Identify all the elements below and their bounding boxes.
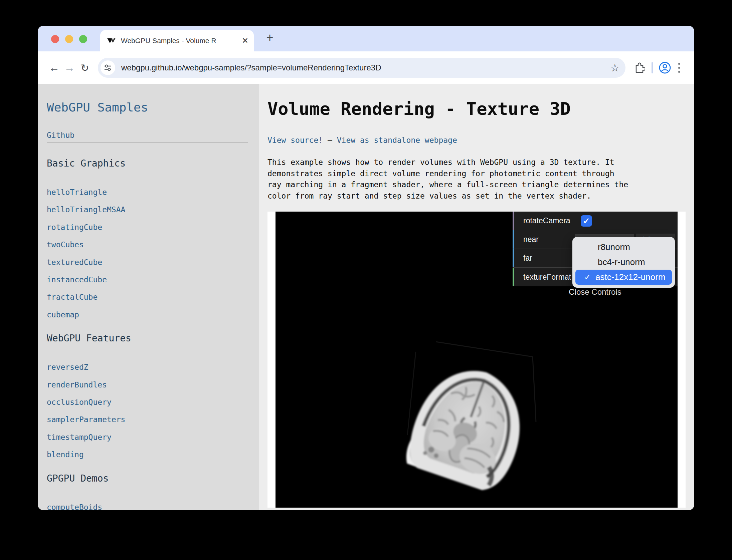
traffic-lights bbox=[51, 35, 87, 43]
tab-title: WebGPU Samples - Volume R bbox=[121, 36, 240, 46]
boolean-strip bbox=[513, 212, 514, 230]
browser-window: WebGPU Samples - Volume R ✕ + ← → ↻ we bbox=[38, 26, 694, 510]
brain-mri-volume bbox=[384, 347, 551, 507]
source-links: View source! — View as standalone webpag… bbox=[267, 135, 694, 145]
sample-list-webgpu-features: reversedZ renderBundles occlusionQuery s… bbox=[47, 358, 259, 463]
site-title: WebGPU Samples bbox=[47, 100, 259, 115]
extensions-icon[interactable] bbox=[632, 60, 647, 75]
sample-description: This example shows how to render volumes… bbox=[267, 157, 694, 202]
sidebar-item-instancedCube[interactable]: instancedCube bbox=[47, 271, 259, 288]
toolbar-separator bbox=[652, 62, 653, 73]
sidebar-item-fractalCube[interactable]: fractalCube bbox=[47, 288, 259, 306]
sidebar-item-rotatingCube[interactable]: rotatingCube bbox=[47, 219, 259, 236]
sidebar-item-renderBundles[interactable]: renderBundles bbox=[47, 376, 259, 393]
tab-close-icon[interactable]: ✕ bbox=[242, 37, 248, 45]
selected-check-icon: ✓ bbox=[584, 270, 595, 285]
site-settings-icon[interactable] bbox=[101, 60, 115, 75]
number-strip bbox=[513, 249, 514, 267]
view-source-link[interactable]: View source! bbox=[267, 136, 323, 145]
page-content: WebGPU Samples Github Basic Graphics hel… bbox=[38, 84, 694, 510]
dropdown-option-bc4-r-unorm[interactable]: bc4-r-unorm bbox=[572, 255, 675, 270]
select-strip bbox=[513, 268, 514, 286]
sample-list-basic-graphics: helloTriangle helloTriangleMSAA rotating… bbox=[47, 184, 259, 323]
dropdown-option-r8unorm[interactable]: r8unorm bbox=[572, 240, 675, 255]
sidebar-divider bbox=[47, 143, 248, 143]
sidebar-item-computeBoids[interactable]: computeBoids bbox=[47, 499, 259, 510]
forward-icon[interactable]: → bbox=[62, 60, 77, 75]
section-heading-basic-graphics: Basic Graphics bbox=[47, 157, 259, 170]
sidebar-item-twoCubes[interactable]: twoCubes bbox=[47, 236, 259, 253]
sample-viewer-frame: rotateCamera ✓ near 4.0 f bbox=[267, 212, 686, 508]
rotate-camera-checkbox[interactable]: ✓ bbox=[581, 215, 592, 227]
back-icon[interactable]: ← bbox=[46, 60, 62, 75]
tab-strip: WebGPU Samples - Volume R ✕ + bbox=[38, 26, 694, 51]
bookmark-star-icon[interactable]: ☆ bbox=[610, 63, 619, 73]
sidebar-item-cubemap[interactable]: cubemap bbox=[47, 306, 259, 323]
webgpu-canvas[interactable]: rotateCamera ✓ near 4.0 f bbox=[276, 212, 678, 508]
close-controls-button[interactable]: Close Controls bbox=[513, 286, 678, 298]
sidebar-item-occlusionQuery[interactable]: occlusionQuery bbox=[47, 393, 259, 411]
selected-option-label: astc-12x12-unorm bbox=[595, 270, 666, 285]
sidebar-item-texturedCube[interactable]: texturedCube bbox=[47, 254, 259, 271]
gui-label-textureFormat: textureFormat bbox=[523, 273, 571, 282]
sidebar: WebGPU Samples Github Basic Graphics hel… bbox=[38, 84, 259, 510]
github-link[interactable]: Github bbox=[47, 130, 74, 140]
gui-label-near: near bbox=[523, 235, 539, 244]
page-title: Volume Rendering - Texture 3D bbox=[267, 98, 694, 119]
new-tab-button[interactable]: + bbox=[262, 30, 278, 46]
main-area: Volume Rendering - Texture 3D View sourc… bbox=[259, 84, 694, 510]
browser-tab[interactable]: WebGPU Samples - Volume R ✕ bbox=[100, 30, 254, 51]
sidebar-item-timestampQuery[interactable]: timestampQuery bbox=[47, 429, 259, 446]
links-dash: — bbox=[328, 136, 332, 145]
screenshot-stage: WebGPU Samples - Volume R ✕ + ← → ↻ we bbox=[0, 0, 732, 560]
sidebar-item-samplerParameters[interactable]: samplerParameters bbox=[47, 411, 259, 428]
gui-row-rotateCamera: rotateCamera ✓ bbox=[513, 212, 678, 230]
browser-toolbar: ← → ↻ webgpu.github.io/webgpu-samples/?s… bbox=[38, 51, 694, 84]
sidebar-item-blending[interactable]: blending bbox=[47, 446, 259, 463]
reload-icon[interactable]: ↻ bbox=[77, 60, 93, 75]
zoom-window-button[interactable] bbox=[79, 35, 87, 43]
address-bar[interactable]: webgpu.github.io/webgpu-samples/?sample=… bbox=[98, 58, 625, 78]
gui-label-far: far bbox=[523, 254, 532, 263]
section-heading-webgpu-features: WebGPU Features bbox=[47, 332, 259, 345]
standalone-link[interactable]: View as standalone webpage bbox=[337, 136, 457, 145]
section-heading-gpgpu-demos: GPGPU Demos bbox=[47, 472, 259, 485]
number-strip bbox=[513, 230, 514, 249]
dropdown-option-astc-12x12-unorm[interactable]: ✓ astc-12x12-unorm bbox=[575, 270, 672, 285]
url-text[interactable]: webgpu.github.io/webgpu-samples/?sample=… bbox=[121, 63, 610, 72]
gui-label-rotateCamera: rotateCamera bbox=[523, 216, 570, 225]
minimize-window-button[interactable] bbox=[65, 35, 73, 43]
sidebar-item-helloTriangleMSAA[interactable]: helloTriangleMSAA bbox=[47, 201, 259, 218]
texture-format-dropdown: r8unorm bc4-r-unorm ✓ astc-12x12-unorm bbox=[572, 237, 675, 288]
sidebar-item-reversedZ[interactable]: reversedZ bbox=[47, 358, 259, 376]
close-window-button[interactable] bbox=[51, 35, 59, 43]
sidebar-item-helloTriangle[interactable]: helloTriangle bbox=[47, 184, 259, 201]
profile-avatar-icon[interactable] bbox=[658, 60, 672, 75]
menu-kebab-icon[interactable] bbox=[672, 63, 686, 73]
sample-list-gpgpu-demos: computeBoids bbox=[47, 499, 259, 510]
webgpu-favicon-icon bbox=[107, 36, 116, 45]
